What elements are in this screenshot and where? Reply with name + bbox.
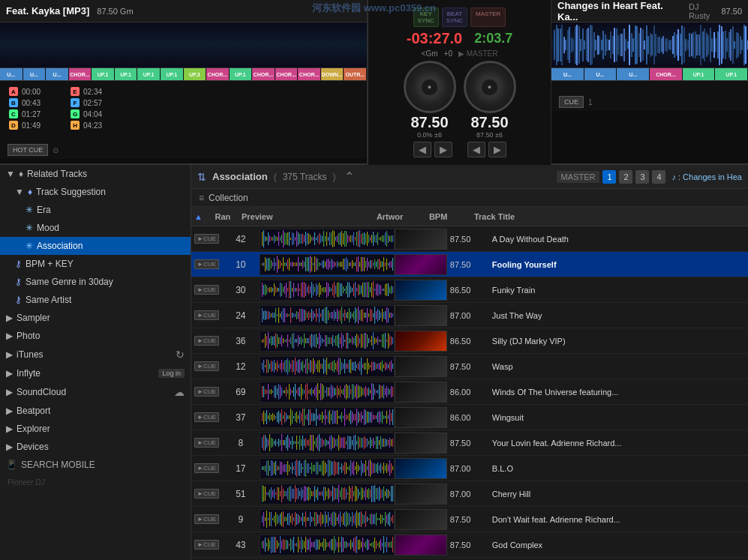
tab-2[interactable]: 2 <box>619 170 632 184</box>
mood-label: Mood <box>37 223 59 233</box>
sidebar-item-mood[interactable]: ✳ Mood <box>0 219 191 237</box>
right-arrow-left[interactable]: ◀ <box>467 142 485 157</box>
time-remaining: -03:27.0 <box>407 30 463 47</box>
table-row[interactable]: ►CUE1287.50Wasp <box>191 354 748 379</box>
preview-waveform[interactable] <box>260 509 395 530</box>
track-suggestion-label: Track Suggestion <box>36 187 106 197</box>
table-row[interactable]: ►CUE2487.00Just The Way <box>191 303 748 328</box>
left-platter[interactable]: ● <box>404 61 456 113</box>
cue-badge[interactable]: ►CUE <box>194 438 219 448</box>
cue-point-a[interactable]: A00:00 <box>9 87 41 96</box>
era-label: Era <box>37 205 51 215</box>
preview-waveform[interactable] <box>260 331 395 352</box>
cue-badge[interactable]: ►CUE <box>194 310 219 320</box>
col-header-bpm[interactable]: BPM <box>429 212 474 221</box>
table-row[interactable]: ►CUE887.50Your Lovin feat. Adrienne Rich… <box>191 430 748 456</box>
sidebar-item-same-genre[interactable]: ⚷ Same Genre in 30day <box>0 273 191 291</box>
preview-waveform[interactable] <box>260 382 395 403</box>
sidebar-section-explorer[interactable]: ▶ Explorer <box>0 420 191 438</box>
preview-waveform[interactable] <box>260 254 395 275</box>
cue-badge[interactable]: ►CUE <box>194 463 219 473</box>
pioneer-logo: Pioneer DJ <box>0 474 191 491</box>
cue-badge[interactable]: ►CUE <box>194 387 219 397</box>
sort-up-icon[interactable]: ⇅ <box>197 171 206 183</box>
table-row[interactable]: ►CUE4387.50God Complex <box>191 532 748 558</box>
preview-waveform[interactable] <box>260 535 395 556</box>
tab-3[interactable]: 3 <box>635 170 649 184</box>
beat-sync-button[interactable]: BEATSYNC <box>442 7 467 27</box>
hot-cue-button[interactable]: HOT CUE <box>8 144 48 156</box>
bpm-cell: 87.50 <box>447 439 492 448</box>
col-header-artwork[interactable]: Artwor <box>377 212 429 221</box>
sidebar-section-sampler[interactable]: ▶ Sampler <box>0 309 191 327</box>
table-row[interactable]: ►CUE3686.50Silly (DJ Marky VIP) <box>191 328 748 354</box>
inflyte-label: Inflyte <box>17 368 41 379</box>
right-platter[interactable]: ● <box>464 61 516 113</box>
left-arrow-left[interactable]: ◀ <box>413 142 431 157</box>
table-row[interactable]: ►CUE6986.00Winds Of The Universe featuri… <box>191 379 748 405</box>
cue-badge[interactable]: ►CUE <box>194 361 219 371</box>
sidebar-item-era[interactable]: ✳ Era <box>0 201 191 219</box>
cue-badge[interactable]: ►CUE <box>194 540 219 550</box>
table-row[interactable]: ►CUE5187.00Cherry Hill <box>191 481 748 507</box>
artwork-cell <box>395 458 447 479</box>
col-header-preview[interactable]: Preview <box>242 212 377 221</box>
preview-waveform[interactable] <box>260 229 395 250</box>
key-sync-button[interactable]: KEYSYNC <box>413 7 439 27</box>
preview-waveform[interactable] <box>260 433 395 454</box>
cue-point-c[interactable]: C01:27 <box>9 109 41 118</box>
right-arrow-right[interactable]: ▶ <box>488 142 506 157</box>
preview-waveform[interactable] <box>260 484 395 505</box>
sidebar-section-beatport[interactable]: ▶ Beatport <box>0 402 191 420</box>
cue-badge[interactable]: ►CUE <box>194 285 219 295</box>
cue-badge[interactable]: ►CUE <box>194 234 219 244</box>
sidebar-section-track-suggestion[interactable]: ▼ ♦ Track Suggestion <box>0 183 191 201</box>
cue-point-h[interactable]: H04:23 <box>71 121 102 130</box>
cue-point-g[interactable]: G04:04 <box>71 109 102 118</box>
preview-waveform[interactable] <box>260 305 395 326</box>
inflyte-login-badge[interactable]: Log in <box>158 369 185 378</box>
table-row[interactable]: ►CUE1787.00B.L.O <box>191 456 748 481</box>
sidebar-section-related-tracks[interactable]: ▼ ♦ Related Tracks <box>0 165 191 183</box>
cue-point-b[interactable]: B00:43 <box>9 98 41 107</box>
table-row[interactable]: ►CUE3786.00Wingsuit <box>191 405 748 430</box>
master-button[interactable]: MASTER <box>470 7 506 27</box>
collection-label: Collection <box>209 193 248 203</box>
sidebar-item-bpm-key[interactable]: ⚷ BPM + KEY <box>0 255 191 273</box>
preview-waveform[interactable] <box>260 407 395 428</box>
sidebar-section-itunes[interactable]: ▶ iTunes ↻ <box>0 345 191 364</box>
sidebar-section-photo[interactable]: ▶ Photo <box>0 327 191 345</box>
preview-waveform[interactable] <box>260 356 395 377</box>
table-row[interactable]: ►CUE3086.50Funky Train <box>191 277 748 303</box>
cue-point-e[interactable]: E02:34 <box>71 87 102 96</box>
cue-badge[interactable]: ►CUE <box>194 412 219 422</box>
col-header-title[interactable]: Track Title <box>474 212 745 221</box>
sidebar-item-same-artist[interactable]: ⚷ Same Artist <box>0 291 191 309</box>
col-header-rank[interactable]: Ran <box>204 212 242 221</box>
cue-badge[interactable]: ►CUE <box>194 336 219 346</box>
cue-badge[interactable]: ►CUE <box>194 514 219 524</box>
cue-badge[interactable]: ►CUE <box>194 259 219 269</box>
tab-1[interactable]: 1 <box>602 170 616 184</box>
key-bpm-bar: <Gm +0 ▶ MASTER <box>422 49 498 58</box>
sidebar-section-devices[interactable]: ▶ Devices <box>0 438 191 456</box>
preview-waveform[interactable] <box>260 458 395 479</box>
table-row[interactable]: ►CUE987.50Don't Wait feat. Adrienne Rich… <box>191 507 748 532</box>
sidebar-section-inflyte[interactable]: ▶ Inflyte Log in <box>0 364 191 382</box>
cue-point-d[interactable]: D01:49 <box>9 121 41 130</box>
sidebar-section-search-mobile[interactable]: 📱 SEARCH MOBILE <box>0 456 191 474</box>
table-row[interactable]: ►CUE1087.50Fooling Yourself <box>191 252 748 277</box>
segment: CHOR... <box>650 68 683 80</box>
table-row[interactable]: ►CUE4287.50A Day Without Death <box>191 226 748 252</box>
sidebar-item-association[interactable]: ✳ Association <box>0 237 191 255</box>
left-arrow-right[interactable]: ▶ <box>434 142 452 157</box>
right-cue-button[interactable]: CUE <box>559 96 584 108</box>
tab-4[interactable]: 4 <box>652 170 665 184</box>
cue-point-f[interactable]: F02:57 <box>71 98 102 107</box>
right-nav: ◀ ▶ <box>467 142 506 157</box>
sort-chevron[interactable]: ⌃ <box>344 169 354 184</box>
cue-badge[interactable]: ►CUE <box>194 489 219 499</box>
preview-waveform[interactable] <box>260 280 395 301</box>
segment: CHOR... <box>298 68 321 80</box>
sidebar-section-soundcloud[interactable]: ▶ SoundCloud ☁ <box>0 382 191 402</box>
